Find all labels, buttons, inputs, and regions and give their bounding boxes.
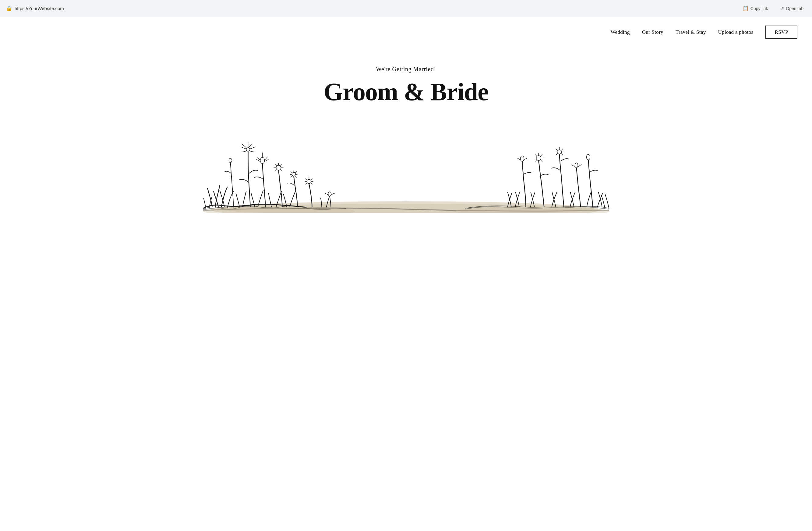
svg-point-3 <box>260 158 265 163</box>
nav-travel-stay[interactable]: Travel & Stay <box>676 29 706 35</box>
svg-point-8 <box>328 192 331 196</box>
open-tab-button[interactable]: ↗ Open tab <box>778 4 806 13</box>
svg-point-5 <box>292 172 296 176</box>
open-tab-label: Open tab <box>786 6 803 11</box>
nav-wedding[interactable]: Wedding <box>611 29 630 35</box>
svg-point-7 <box>307 179 311 183</box>
lock-icon: 🔒 <box>6 5 12 11</box>
nav-upload-photos[interactable]: Upload a photos <box>718 29 754 35</box>
url-text: https://YourWebsite.com <box>15 6 64 11</box>
rsvp-button[interactable]: RSVP <box>765 26 797 39</box>
svg-point-10 <box>536 156 541 160</box>
copy-link-button[interactable]: 📋 Copy link <box>740 4 771 13</box>
nav-our-story[interactable]: Our Story <box>642 29 663 35</box>
svg-point-11 <box>557 150 562 154</box>
svg-point-12 <box>575 163 578 168</box>
svg-point-2 <box>246 148 250 151</box>
website-container: Wedding Our Story Travel & Stay Upload a… <box>0 17 812 531</box>
hero-section: We're Getting Married! Groom & Bride <box>0 47 812 213</box>
copy-icon: 📋 <box>742 5 749 11</box>
address-bar: 🔒 https://YourWebsite.com <box>6 5 735 11</box>
svg-point-9 <box>521 156 524 161</box>
open-tab-icon: ↗ <box>780 5 784 11</box>
browser-actions: 📋 Copy link ↗ Open tab <box>740 4 806 13</box>
svg-point-13 <box>586 154 590 160</box>
browser-chrome: 🔒 https://YourWebsite.com 📋 Copy link ↗ … <box>0 0 812 17</box>
svg-point-4 <box>276 165 281 170</box>
copy-link-label: Copy link <box>751 6 768 11</box>
svg-point-6 <box>229 158 232 163</box>
floral-svg <box>0 97 812 213</box>
floral-illustration <box>0 97 812 213</box>
hero-title: Groom & Bride <box>323 78 488 106</box>
hero-subtitle: We're Getting Married! <box>376 66 436 73</box>
navbar: Wedding Our Story Travel & Stay Upload a… <box>0 17 812 47</box>
